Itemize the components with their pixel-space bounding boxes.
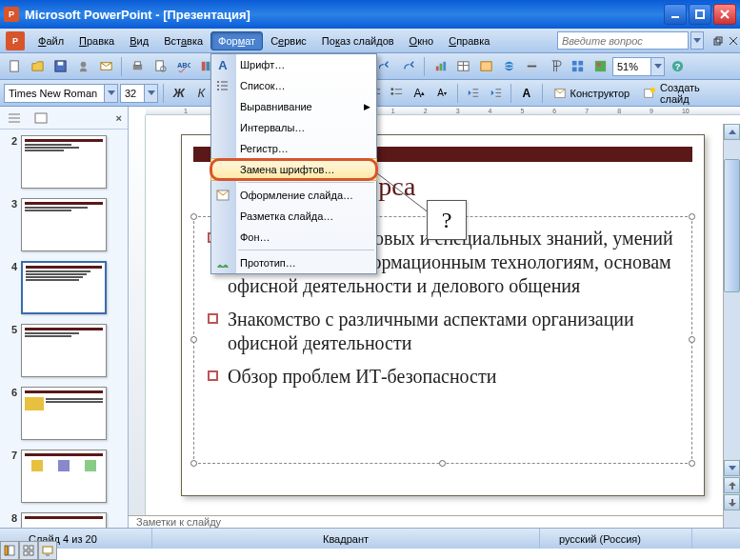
maximize-button[interactable] <box>689 4 711 25</box>
thumbnail-slide[interactable] <box>21 324 107 377</box>
italic-button[interactable]: К <box>191 83 212 104</box>
menu-label: Оформление слайда… <box>240 190 353 201</box>
thumb-number: 6 <box>4 387 17 398</box>
menu-format[interactable]: Формат <box>210 31 263 50</box>
menu-slideshow[interactable]: Показ слайдов <box>314 31 402 50</box>
menu-file[interactable]: Файл <box>30 31 71 50</box>
font-size-combo[interactable]: 32 <box>120 84 158 103</box>
thumbnails-list[interactable]: 2 3 4 5 6 7 8 <box>0 130 128 528</box>
chart-button[interactable] <box>430 56 450 77</box>
scroll-up-button[interactable] <box>724 124 740 140</box>
svg-rect-65 <box>24 551 28 555</box>
bullets-button[interactable] <box>387 83 408 104</box>
thumbnail-slide[interactable] <box>21 450 107 503</box>
menu-item-alignment[interactable]: Выравнивание▶ <box>211 96 376 117</box>
email-button[interactable] <box>95 56 116 77</box>
scroll-down-button[interactable] <box>724 460 740 476</box>
increase-font-button[interactable]: A▴ <box>410 83 430 104</box>
bullet-item[interactable]: Знакомство с различными аспектами органи… <box>208 308 678 355</box>
menu-item-font[interactable]: AШрифт… <box>211 54 376 75</box>
menu-window[interactable]: Окно <box>402 31 442 50</box>
help-search-dropdown[interactable] <box>690 31 704 50</box>
minimize-button[interactable] <box>664 4 687 25</box>
svg-rect-4 <box>716 37 722 43</box>
new-button[interactable] <box>4 56 25 77</box>
grid-button[interactable] <box>567 56 588 77</box>
menu-help[interactable]: Справка <box>441 31 497 50</box>
thumbnail-slide[interactable] <box>21 198 107 251</box>
menu-label: Регистр… <box>240 143 289 154</box>
decrease-indent-button[interactable] <box>463 83 484 104</box>
scroll-thumb[interactable] <box>724 159 740 292</box>
save-button[interactable] <box>50 56 70 77</box>
tables-borders-button[interactable] <box>475 56 496 77</box>
restore-doc-button[interactable] <box>711 34 725 48</box>
thumbnail-slide[interactable] <box>21 387 107 440</box>
menu-item-prototype[interactable]: Прототип… <box>211 252 376 273</box>
thumbnail-slide[interactable] <box>21 135 107 189</box>
vertical-ruler[interactable] <box>129 115 146 515</box>
menu-item-background[interactable]: Фон… <box>211 227 376 248</box>
menu-item-list[interactable]: Список… <box>211 75 376 96</box>
hyperlink-button[interactable] <box>498 56 519 77</box>
thumb-number: 4 <box>4 261 17 272</box>
design-button[interactable]: Конструктор <box>548 83 636 104</box>
submenu-arrow-icon: ▶ <box>364 102 370 111</box>
next-slide-button[interactable] <box>724 494 740 510</box>
status-language[interactable]: русский (Россия) <box>540 529 692 549</box>
svg-rect-63 <box>24 546 28 550</box>
font-color-button[interactable]: A <box>516 83 537 104</box>
svg-rect-67 <box>43 547 52 553</box>
menu-label: Шрифт… <box>240 59 285 70</box>
color-button[interactable] <box>590 56 610 77</box>
menu-tools[interactable]: Сервис <box>263 31 314 50</box>
vertical-scrollbar[interactable] <box>723 124 740 528</box>
svg-rect-20 <box>435 67 438 71</box>
new-slide-button[interactable]: Создать слайд <box>637 83 736 104</box>
design-label: Конструктор <box>570 88 630 99</box>
notes-pane[interactable]: Заметки к слайду <box>129 515 740 528</box>
menu-edit[interactable]: Правка <box>71 31 122 50</box>
menu-item-linespacing[interactable]: Интервалы… <box>211 117 376 138</box>
bold-button[interactable]: Ж <box>169 83 190 104</box>
slideshow-view-button[interactable] <box>38 541 57 560</box>
sorter-view-button[interactable] <box>19 541 38 560</box>
menu-item-replace-fonts[interactable]: Замена шрифтов… <box>211 159 376 180</box>
print-button[interactable] <box>127 56 148 77</box>
decrease-font-button[interactable]: A▾ <box>431 83 452 104</box>
spelling-button[interactable]: ABC <box>172 56 193 77</box>
slides-tab[interactable] <box>32 110 50 126</box>
thumb-number: 3 <box>4 198 17 210</box>
svg-rect-37 <box>596 63 600 67</box>
menu-insert[interactable]: Вставка <box>156 31 210 50</box>
svg-rect-22 <box>443 62 446 70</box>
help-search-input[interactable] <box>557 31 689 50</box>
font-name-combo[interactable]: Times New Roman <box>4 84 118 103</box>
permission-button[interactable] <box>72 56 93 77</box>
bullet-item[interactable]: Обзор проблем ИТ-безопасности <box>208 365 678 389</box>
print-preview-button[interactable] <box>150 56 170 77</box>
close-pane-button[interactable]: × <box>116 112 122 124</box>
redo-button[interactable] <box>398 56 419 77</box>
menu-item-case[interactable]: Регистр… <box>211 138 376 159</box>
prev-slide-button[interactable] <box>724 477 740 493</box>
open-button[interactable] <box>27 56 48 77</box>
help-button[interactable]: ? <box>667 56 688 77</box>
thumbnail-slide-active[interactable] <box>21 261 107 314</box>
menu-item-slide-layout[interactable]: Разметка слайда… <box>211 206 376 227</box>
zoom-combo[interactable]: 51% <box>612 57 665 76</box>
close-button[interactable] <box>713 4 736 25</box>
menu-item-slide-design[interactable]: Оформление слайда… <box>211 185 376 206</box>
thumbnail-slide[interactable] <box>21 512 107 528</box>
increase-indent-button[interactable] <box>485 83 506 104</box>
show-formatting-button[interactable] <box>544 56 565 77</box>
outline-tab[interactable] <box>6 110 23 126</box>
table-button[interactable] <box>452 56 473 77</box>
svg-rect-61 <box>5 546 8 555</box>
help-search[interactable] <box>557 31 704 50</box>
expand-button[interactable] <box>521 56 542 77</box>
normal-view-button[interactable] <box>0 541 19 560</box>
undo-button[interactable] <box>375 56 396 77</box>
close-doc-button[interactable] <box>727 34 740 48</box>
menu-view[interactable]: Вид <box>122 31 156 50</box>
